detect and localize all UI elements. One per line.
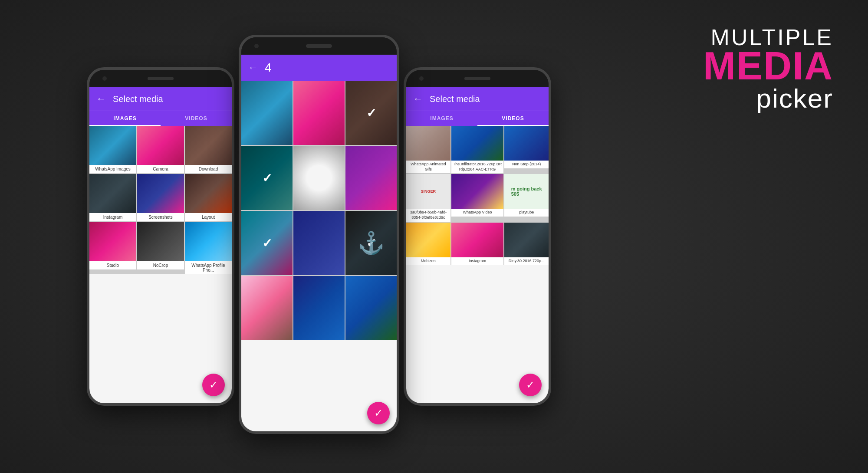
folder-download[interactable]: Download bbox=[185, 126, 232, 173]
header-title-left: Select media bbox=[113, 94, 163, 104]
folder-thumb-1 bbox=[89, 126, 136, 165]
folder-nocrop[interactable]: NoCrop bbox=[137, 222, 184, 274]
folders-grid-left: WhatsApp Images Camera Download Instagra… bbox=[89, 126, 232, 274]
speaker-right bbox=[464, 77, 490, 80]
app-title-area: MULTIPLE MEDIA picker bbox=[703, 26, 833, 113]
folder-thumb-7 bbox=[89, 222, 136, 261]
check-icon-4: ✓ bbox=[262, 171, 272, 185]
camera-dot-right bbox=[419, 76, 424, 81]
image-cell-5[interactable] bbox=[293, 146, 345, 210]
check-icon-7: ✓ bbox=[262, 236, 272, 250]
image-cell-4[interactable]: ✓ bbox=[241, 146, 293, 210]
video-folder-7[interactable]: Mobizen bbox=[406, 223, 450, 265]
video-label-2: The.Infiltrator.2016.720p.BR Rip.x264.AA… bbox=[451, 161, 504, 173]
videos-grid-right: WhatsApp Animated Gifs The.Infiltrator.2… bbox=[406, 126, 549, 265]
image-cell-8[interactable] bbox=[293, 211, 345, 275]
camera-dot-center bbox=[254, 44, 259, 48]
image-cell-1[interactable] bbox=[241, 81, 293, 145]
folder-thumb-8 bbox=[137, 222, 184, 261]
image-cell-6[interactable] bbox=[345, 146, 397, 210]
folder-studio[interactable]: Studio bbox=[89, 222, 136, 274]
video-folder-2[interactable]: The.Infiltrator.2016.720p.BR Rip.x264.AA… bbox=[451, 126, 504, 173]
video-thumb-1 bbox=[406, 126, 450, 161]
tab-images-left[interactable]: IMAGES bbox=[89, 111, 161, 126]
folder-label-7: Studio bbox=[89, 261, 136, 269]
images-grid-center: ✓ ✓ ✓ bbox=[241, 81, 397, 340]
tab-videos-right[interactable]: VIDEOS bbox=[477, 111, 549, 126]
video-label-5: WhatsApp Video bbox=[451, 209, 504, 217]
phone-top-left bbox=[89, 70, 232, 87]
video-folder-1[interactable]: WhatsApp Animated Gifs bbox=[406, 126, 450, 173]
video-thumb-5 bbox=[451, 174, 504, 209]
tabs-right: IMAGES VIDEOS bbox=[406, 111, 549, 126]
folder-label-1: WhatsApp Images bbox=[89, 165, 136, 173]
fab-center[interactable]: ✓ bbox=[367, 402, 390, 424]
folder-thumb-3 bbox=[185, 126, 232, 165]
video-label-9: Dirty.30.2016.720p... bbox=[504, 257, 549, 265]
header-count-center: 4 bbox=[265, 61, 272, 75]
speaker-left bbox=[148, 77, 174, 80]
tabs-left: IMAGES VIDEOS bbox=[89, 111, 232, 126]
phone-top-right bbox=[406, 70, 549, 87]
folder-label-6: Layout bbox=[185, 213, 232, 221]
check-overlay-3: ✓ bbox=[345, 81, 397, 145]
image-cell-12[interactable] bbox=[345, 276, 397, 340]
image-cell-3[interactable]: ✓ bbox=[345, 81, 397, 145]
video-thumb-3 bbox=[504, 126, 549, 161]
image-cell-7[interactable]: ✓ bbox=[241, 211, 293, 275]
back-button-right[interactable]: ← bbox=[413, 93, 423, 105]
folder-thumb-9 bbox=[185, 222, 232, 261]
folder-whatsapp-profile[interactable]: WhatsApp Profile Pho... bbox=[185, 222, 232, 274]
video-label-7: Mobizen bbox=[406, 257, 450, 265]
image-cell-9[interactable]: ⚓ ✓ bbox=[345, 211, 397, 275]
fab-right[interactable]: ✓ bbox=[519, 374, 542, 396]
folder-layout[interactable]: Layout bbox=[185, 174, 232, 221]
header-title-right: Select media bbox=[430, 94, 480, 104]
title-picker: picker bbox=[703, 84, 833, 113]
check-icon-3: ✓ bbox=[366, 106, 376, 120]
folder-label-9: WhatsApp Profile Pho... bbox=[185, 261, 232, 274]
folder-whatsapp-images[interactable]: WhatsApp Images bbox=[89, 126, 136, 173]
folder-instagram[interactable]: Instagram bbox=[89, 174, 136, 221]
phone-center: ← 4 ✓ ✓ bbox=[239, 35, 399, 434]
folder-thumb-2 bbox=[137, 126, 184, 165]
camera-dot-left bbox=[102, 76, 107, 81]
video-thumb-4: SINGER bbox=[406, 174, 450, 209]
image-cell-10[interactable] bbox=[241, 276, 293, 340]
video-folder-3[interactable]: Non Stop (2014) bbox=[504, 126, 549, 173]
video-thumb-6: m going back505 bbox=[504, 174, 549, 209]
header-right: ← Select media bbox=[406, 87, 549, 111]
video-thumb-8 bbox=[451, 223, 504, 257]
phone-right: ← Select media IMAGES VIDEOS WhatsApp An… bbox=[404, 67, 551, 406]
video-folder-4[interactable]: SINGER 3a0f3b94-b50b-4afd-8354-3f0ef8e3c… bbox=[406, 174, 450, 221]
check-overlay-4: ✓ bbox=[241, 146, 293, 210]
video-label-8: Instagram bbox=[451, 257, 504, 265]
folder-label-2: Camera bbox=[137, 165, 184, 173]
folder-thumb-6 bbox=[185, 174, 232, 213]
image-cell-2[interactable] bbox=[293, 81, 345, 145]
speaker-center bbox=[306, 44, 332, 48]
video-folder-6[interactable]: m going back505 playtube bbox=[504, 174, 549, 221]
screen-center: ← 4 ✓ ✓ bbox=[241, 55, 397, 434]
tab-images-right[interactable]: IMAGES bbox=[406, 111, 477, 126]
folder-label-8: NoCrop bbox=[137, 261, 184, 269]
video-folder-8[interactable]: Instagram bbox=[451, 223, 504, 265]
fab-left[interactable]: ✓ bbox=[202, 374, 225, 396]
screen-left: ← Select media IMAGES VIDEOS WhatsApp Im… bbox=[89, 87, 232, 406]
video-label-4: 3a0f3b94-b50b-4afd-8354-3f0ef8e3cd6c bbox=[406, 209, 450, 221]
folder-camera[interactable]: Camera bbox=[137, 126, 184, 173]
anchor-icon: ⚓ bbox=[358, 230, 385, 256]
folder-screenshots[interactable]: Screenshots bbox=[137, 174, 184, 221]
back-button-left[interactable]: ← bbox=[96, 93, 106, 105]
video-folder-9[interactable]: Dirty.30.2016.720p... bbox=[504, 223, 549, 265]
screen-right: ← Select media IMAGES VIDEOS WhatsApp An… bbox=[406, 87, 549, 406]
video-label-3: Non Stop (2014) bbox=[504, 161, 549, 168]
back-button-center[interactable]: ← bbox=[248, 62, 258, 73]
tab-videos-left[interactable]: VIDEOS bbox=[161, 111, 232, 126]
folder-thumb-5 bbox=[137, 174, 184, 213]
video-label-6: playtube bbox=[504, 209, 549, 217]
video-folder-5[interactable]: WhatsApp Video bbox=[451, 174, 504, 221]
video-thumb-2 bbox=[451, 126, 504, 161]
folder-label-3: Download bbox=[185, 165, 232, 173]
image-cell-11[interactable] bbox=[293, 276, 345, 340]
